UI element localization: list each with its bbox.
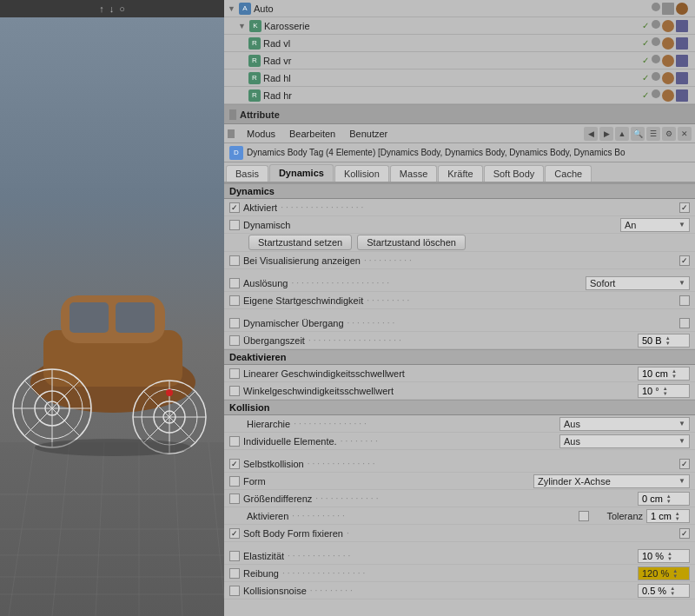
- hierarchie-row: Hierarchie ··············· Aus ▼: [224, 415, 695, 433]
- dynamisch-checkbox[interactable]: [229, 220, 240, 230]
- auto-dots: [652, 3, 688, 15]
- kollisionsnoise-spinbox[interactable]: 0.5 % ▲ ▼: [638, 584, 690, 598]
- toolbar-icon-down[interactable]: ↓: [109, 3, 115, 14]
- softbody-checkbox[interactable]: [229, 528, 240, 539]
- tab-dynamics[interactable]: Dynamics: [269, 164, 334, 182]
- scene-row-radvr[interactable]: R Rad vr ✓: [224, 52, 695, 70]
- groessen-label: Größendifferenz: [243, 493, 312, 504]
- scene-row-radvl[interactable]: R Rad vl ✓: [224, 35, 695, 52]
- aktiviert-value-check[interactable]: [679, 202, 690, 213]
- elastizitaet-spinbox[interactable]: 10 % ▲ ▼: [638, 549, 690, 563]
- dynamisch-label: Dynamisch: [243, 220, 290, 230]
- nav-bookmark[interactable]: ☰: [646, 127, 660, 141]
- attribute-panel: Attribute Modus Bearbeiten Benutzer ◀ ▶ …: [224, 105, 695, 616]
- karosserie-check: ✓: [642, 21, 649, 30]
- eigene-checkbox[interactable]: [229, 295, 240, 306]
- k-indent-icon: ▼: [238, 22, 246, 30]
- radhl-icon: R: [248, 72, 261, 84]
- k-dots: [652, 20, 688, 32]
- scene-row-karosserie[interactable]: ▼ K Karosserie ✓: [224, 17, 695, 35]
- eigene-value[interactable]: [679, 295, 690, 306]
- winkel-checkbox[interactable]: [229, 386, 240, 396]
- individuelle-checkbox[interactable]: [229, 436, 240, 447]
- tab-kraefte[interactable]: Kräfte: [438, 165, 482, 182]
- scene-row-auto[interactable]: ▼ A Auto: [224, 0, 695, 17]
- linear-down[interactable]: ▼: [672, 374, 677, 379]
- tab-basis[interactable]: Basis: [226, 165, 268, 182]
- groessen-down[interactable]: ▼: [666, 499, 672, 504]
- startzustand-loeschen-button[interactable]: Startzustand löschen: [357, 235, 466, 250]
- form-checkbox[interactable]: [229, 476, 240, 487]
- winkel-row: Winkelgeschwindigkeitsschwellwert 10 ° ▲…: [224, 382, 695, 400]
- auto-icon: A: [239, 3, 251, 15]
- winkel-down[interactable]: ▼: [663, 391, 668, 396]
- individuelle-dropdown[interactable]: Aus ▼: [559, 434, 690, 448]
- elast-down[interactable]: ▼: [667, 556, 672, 561]
- ausloesung-checkbox[interactable]: [229, 278, 240, 288]
- dynamischer-value[interactable]: [679, 318, 690, 328]
- spinbox-down[interactable]: ▼: [665, 341, 671, 346]
- nav-back[interactable]: ◀: [584, 127, 598, 141]
- visualisierung-checkbox[interactable]: [229, 255, 240, 266]
- elastizitaet-checkbox[interactable]: [229, 551, 240, 561]
- form-dropdown[interactable]: Zylinder X-Achse ▼: [533, 474, 690, 488]
- tab-kollision[interactable]: Kollision: [334, 165, 389, 182]
- scene-row-radhr[interactable]: R Rad hr ✓: [224, 87, 695, 104]
- dynamisch-dropdown[interactable]: An ▼: [620, 218, 690, 232]
- individuelle-label: Individuelle Elemente.: [243, 436, 337, 447]
- elastizitaet-row: Elastizität ············· 10 % ▲ ▼: [224, 547, 695, 565]
- toolbar-icon-circle[interactable]: ○: [119, 3, 125, 14]
- tab-cache[interactable]: Cache: [545, 165, 592, 182]
- softbody-label: Soft Body Form fixieren: [243, 528, 343, 539]
- nav-close[interactable]: ✕: [678, 127, 692, 141]
- linear-spinbox[interactable]: 10 cm ▲ ▼: [638, 367, 690, 381]
- nav-up[interactable]: ▲: [615, 127, 629, 141]
- linear-label: Linearer Geschwindigkeitsschwellwert: [243, 368, 405, 379]
- noise-down[interactable]: ▼: [670, 591, 675, 596]
- dynamischer-checkbox[interactable]: [229, 318, 240, 328]
- toleranz-down[interactable]: ▼: [675, 516, 680, 521]
- aktivieren-row: Aktivieren ··········· Toleranz 1 cm ▲ ▼: [224, 507, 695, 525]
- tab-soft-body[interactable]: Soft Body: [484, 165, 545, 182]
- menu-modus[interactable]: Modus: [240, 127, 282, 141]
- linear-row: Linearer Geschwindigkeitsschwellwert 10 …: [224, 365, 695, 382]
- winkel-spinbox[interactable]: 10 ° ▲ ▼: [638, 384, 690, 398]
- reibung-spinbox[interactable]: 120 % ▲ ▼: [638, 566, 690, 580]
- kollisionsnoise-checkbox[interactable]: [229, 586, 240, 596]
- selbst-value[interactable]: [679, 459, 690, 469]
- nav-search[interactable]: 🔍: [631, 127, 645, 141]
- visualisierung-value[interactable]: [679, 255, 690, 266]
- attribute-header: Attribute: [224, 105, 695, 124]
- menu-bearbeiten[interactable]: Bearbeiten: [282, 127, 342, 141]
- menu-benutzer[interactable]: Benutzer: [342, 127, 394, 141]
- linear-checkbox[interactable]: [229, 368, 240, 379]
- groessen-spinbox[interactable]: 0 cm ▲ ▼: [638, 492, 690, 506]
- groessen-row: Größendifferenz ············· 0 cm ▲ ▼: [224, 490, 695, 507]
- radhr-icon: R: [248, 89, 261, 102]
- visualisierung-row: Bei Visualisierung anzeigen ··········: [224, 252, 695, 269]
- uebergangszeit-checkbox[interactable]: [229, 335, 240, 346]
- startzustand-row: Startzustand setzen Startzustand löschen: [224, 234, 695, 252]
- ausloesung-dropdown[interactable]: Sofort ▼: [586, 276, 690, 290]
- aktiviert-row: Aktiviert ·················: [224, 199, 695, 216]
- nav-arrows: ◀ ▶ ▲ 🔍 ☰ ⚙ ✕: [584, 127, 692, 141]
- nav-forward[interactable]: ▶: [599, 127, 613, 141]
- toolbar-icon-up[interactable]: ↑: [99, 3, 104, 14]
- selbst-checkbox[interactable]: [229, 459, 240, 469]
- eigene-row: Eigene Startgeschwindigkeit ·········: [224, 292, 695, 309]
- reibung-down[interactable]: ▼: [672, 573, 678, 579]
- toleranz-spinbox[interactable]: 1 cm ▲ ▼: [646, 509, 690, 523]
- scene-row-radhl[interactable]: R Rad hl ✓: [224, 70, 695, 87]
- groessen-checkbox[interactable]: [229, 493, 240, 504]
- softbody-value[interactable]: [679, 528, 690, 539]
- hierarchie-dropdown[interactable]: Aus ▼: [559, 417, 690, 431]
- aktiviert-checkbox[interactable]: [229, 202, 240, 213]
- tab-masse[interactable]: Masse: [390, 165, 437, 182]
- uebergangszeit-spinbox[interactable]: 50 B ▲ ▼: [638, 334, 690, 348]
- content-area: Dynamics Aktiviert ················· Dyn…: [224, 183, 695, 616]
- nav-settings[interactable]: ⚙: [662, 127, 676, 141]
- startzustand-setzen-button[interactable]: Startzustand setzen: [248, 235, 352, 250]
- aktivieren-checkbox[interactable]: [579, 511, 589, 521]
- reibung-checkbox[interactable]: [229, 568, 240, 579]
- uebergangszeit-label: Übergangszeit: [243, 335, 305, 346]
